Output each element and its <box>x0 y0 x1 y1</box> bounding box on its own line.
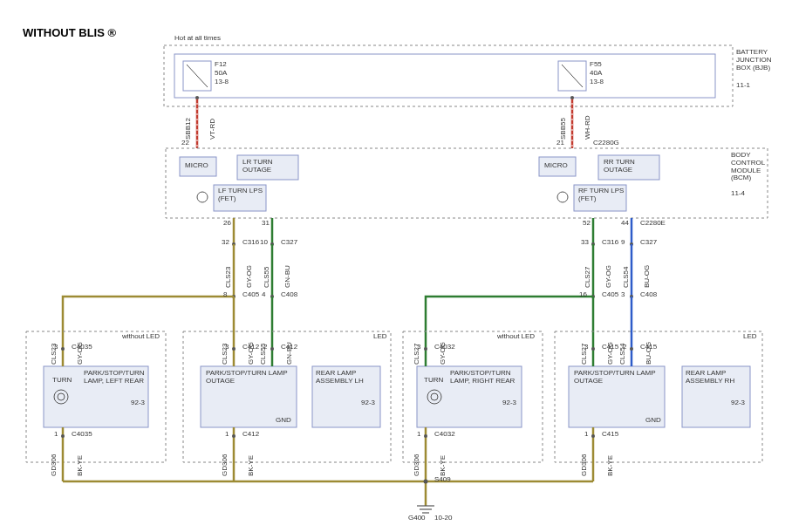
svg-point-47 <box>424 434 427 438</box>
w10-col: GN-BU <box>284 265 292 288</box>
fuse-f12-id: F12 <box>215 61 227 69</box>
svg-point-40 <box>270 347 274 351</box>
svg-point-41 <box>232 434 236 438</box>
g4-block-b: REAR LAMP ASSEMBLY RH <box>686 370 748 385</box>
lr-turn: LR TURN OUTAGE <box>242 159 295 174</box>
g1-out-circ: GD306 <box>51 454 58 476</box>
c2280e: C2280E <box>640 220 666 228</box>
bcm-ref: 11-4 <box>731 190 745 198</box>
g4-inb-circ: CLS54 <box>619 344 627 365</box>
g2-out-col: BK-YE <box>248 455 256 476</box>
svg-point-53 <box>591 434 595 438</box>
g3-in-circ: CLS27 <box>413 344 421 365</box>
sbb12: SBB12 <box>185 118 193 140</box>
g1-turn: TURN <box>52 377 72 385</box>
wiring-diagram: WITHOUT BLIS ® <box>0 0 792 532</box>
g2-out-conn: C412 <box>242 431 259 439</box>
fuse-f55-ref: 13-8 <box>590 78 604 86</box>
w9-botpin: 3 <box>621 291 625 299</box>
g3-block-ref: 92-3 <box>502 399 516 407</box>
vtrd: VT-RD <box>209 119 217 140</box>
svg-line-1 <box>562 65 583 87</box>
g400: G400 <box>408 515 426 522</box>
g2-inb-circ: CLS55 <box>260 344 268 365</box>
w33-conn: C316 <box>602 239 618 247</box>
g2-ina-col: GY-OG <box>248 342 256 365</box>
g4-out-col: BK-YE <box>607 455 615 476</box>
svg-point-9 <box>557 192 568 202</box>
bjb-ref: 11-1 <box>736 82 750 90</box>
svg-point-8 <box>197 192 208 202</box>
w33-pin: 33 <box>581 239 589 247</box>
w33-col: GY-OG <box>605 265 613 288</box>
pin31: 31 <box>262 220 270 228</box>
g1-block: PARK/STOP/TURN LAMP, LEFT REAR <box>84 370 147 385</box>
pin26: 26 <box>223 220 231 228</box>
g3-block: PARK/STOP/TURN LAMP, RIGHT REAR <box>450 370 520 385</box>
fuse-f55-amps: 40A <box>590 70 602 78</box>
g2-variant: LED <box>373 333 387 341</box>
svg-point-35 <box>61 434 65 438</box>
svg-point-6 <box>195 96 199 99</box>
g4-block-a: PARK/STOP/TURN LAMP OUTAGE <box>574 370 661 385</box>
g2-inb-col: GN-BU <box>286 342 294 365</box>
g2-block-b: REAR LAMP ASSEMBLY LH <box>316 370 379 385</box>
w32-pin: 32 <box>222 239 229 247</box>
w32-conn: C316 <box>242 239 259 247</box>
g1-out-conn: C4035 <box>72 431 92 439</box>
w9-pin: 9 <box>621 239 625 247</box>
g3-out-col: BK-YE <box>440 455 447 476</box>
w33-botconn: C405 <box>602 291 618 299</box>
g4-out-pin: 1 <box>584 431 588 439</box>
svg-point-51 <box>591 347 595 351</box>
g4-out-conn: C415 <box>602 431 618 439</box>
bjb-inner <box>174 54 715 98</box>
whrd: WH-RD <box>584 115 592 140</box>
g3-turn: TURN <box>424 377 443 385</box>
g1-block-ref: 92-3 <box>131 399 145 407</box>
g2-ina-circ: CLS23 <box>222 344 229 365</box>
g4-gnd: GND <box>645 417 661 425</box>
g3-in-col: GY-OG <box>440 342 447 365</box>
hot-label: Hot at all times <box>174 35 221 43</box>
svg-point-46 <box>424 347 427 351</box>
fuse-f55-id: F55 <box>590 61 602 69</box>
g1-in-circ: CLS23 <box>51 344 58 365</box>
svg-point-55 <box>424 480 428 484</box>
fuse-f12-amps: 50A <box>215 70 227 78</box>
w9-conn: C327 <box>640 239 657 247</box>
lf-fet: LF TURN LPS (FET) <box>218 188 265 203</box>
w32-col: GY-OG <box>246 265 254 288</box>
sbb55: SBB55 <box>560 118 568 140</box>
pin52: 52 <box>583 220 591 228</box>
g2-gnd: GND <box>276 417 291 425</box>
svg-point-52 <box>630 347 633 351</box>
g4-inb-col: BU-OG <box>645 342 653 365</box>
g4-out-circ: GD306 <box>581 454 589 476</box>
g1-out-pin: 1 <box>54 431 58 439</box>
rr-turn: RR TURN OUTAGE <box>604 159 656 174</box>
rf-fet: RF TURN LPS (FET) <box>578 188 625 203</box>
g4-variant: LED <box>743 333 757 341</box>
g2-out-pin: 1 <box>225 431 229 439</box>
g3-out-conn: C4032 <box>434 431 455 439</box>
pin44: 44 <box>621 220 629 228</box>
w33-circ: CLS27 <box>584 267 592 288</box>
svg-point-34 <box>61 347 65 351</box>
w33-botpin: 16 <box>579 291 587 299</box>
svg-line-0 <box>187 65 208 87</box>
bus-green-right <box>426 297 593 349</box>
w9-col: BU-OG <box>644 265 652 288</box>
g2-block-b-ref: 92-3 <box>361 399 375 407</box>
g2-block-a: PARK/STOP/TURN LAMP OUTAGE <box>206 370 293 385</box>
g1-in-col: GY-OG <box>77 342 85 365</box>
g3-variant: without LED <box>497 333 535 341</box>
g1-out-col: BK-YE <box>77 455 85 476</box>
bus-olive-left <box>63 297 234 349</box>
bcm-name: BODY CONTROL MODULE (BCM) <box>731 152 771 182</box>
w32-botconn: C405 <box>242 291 259 299</box>
w10-botconn: C408 <box>281 291 297 299</box>
w32-botpin: 8 <box>223 291 227 299</box>
g2-out-circ: GD306 <box>222 454 229 476</box>
g4-ina-circ: CLS27 <box>581 344 589 365</box>
